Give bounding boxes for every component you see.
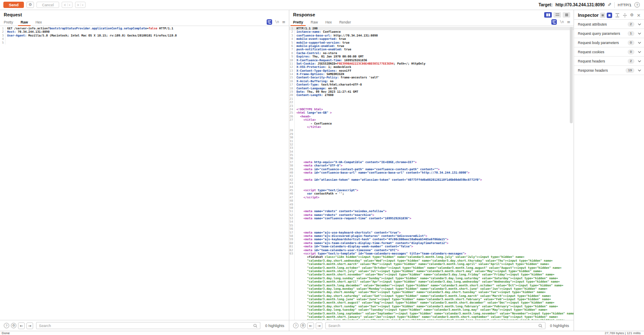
code-line: 25<html lang="en-GB" >	[289, 111, 574, 114]
send-button[interactable]: Send	[3, 2, 24, 8]
code-line: "calendar3.month.short.january" value="J…	[289, 315, 574, 319]
expand-all-icon[interactable]	[615, 13, 620, 18]
code-line: 29	[289, 132, 574, 136]
request-search-input[interactable]	[39, 324, 253, 328]
code-line: "calendar3.day.short.sunday" value="Sun"…	[289, 305, 574, 308]
code-line: 31	[289, 140, 574, 143]
code-line: 30	[289, 136, 574, 139]
editor-menu-icon[interactable]: ≡	[567, 20, 570, 24]
cancel-button[interactable]: Cancel	[36, 2, 59, 8]
inspector-section-request-query-parameters[interactable]: Request query parameters 1	[574, 29, 644, 38]
code-line: 1GET /server-info.action?bootstrapStatus…	[0, 27, 289, 30]
request-tabs: Pretty Raw Hex \n ≡	[0, 18, 289, 26]
help-icon[interactable]: ?	[634, 2, 640, 8]
code-line: "calendar3.day.short.wednesday" value="W…	[289, 259, 574, 262]
code-line: 45 <script type="text/javascript">	[289, 189, 574, 192]
search-help-icon[interactable]: ?	[293, 323, 299, 328]
search-help-icon[interactable]: ?	[4, 323, 9, 328]
search-settings-icon[interactable]: ⚙	[300, 323, 306, 328]
code-line: 59 <meta name="ajs-keyboardshortcut-hash…	[289, 238, 574, 241]
chevron-down-icon	[638, 31, 641, 34]
status-text: Done	[2, 331, 10, 335]
search-next-button[interactable]: →	[26, 322, 33, 329]
tab-request-raw[interactable]: Raw	[17, 18, 31, 26]
request-editor[interactable]: 1GET /server-info.action?bootstrapStatus…	[0, 26, 289, 320]
tab-response-hex[interactable]: Hex	[322, 18, 335, 26]
chevron-down-icon	[638, 68, 641, 71]
status-bar: Done 27,769 bytes | 121 millis	[0, 331, 644, 335]
history-back-button[interactable]: <▾	[62, 2, 72, 8]
tab-response-render[interactable]: Render	[335, 18, 355, 26]
layout-single-button[interactable]	[563, 12, 570, 18]
code-line: 52 <meta name="robots" content="noarchiv…	[289, 213, 574, 217]
tab-response-pretty[interactable]: Pretty	[289, 18, 307, 26]
response-search-input[interactable]	[328, 324, 538, 328]
code-line: 50	[289, 206, 574, 210]
history-forward-button[interactable]: >▾	[75, 2, 86, 8]
code-line: 28	[289, 129, 574, 132]
tab-request-hex[interactable]: Hex	[32, 18, 46, 26]
code-line: 55	[289, 224, 574, 227]
inspector-section-response-headers[interactable]: Response headers 19	[574, 66, 644, 75]
topbar-actions: Send ⚙ Cancel <▾ >▾	[3, 2, 86, 8]
response-search-bar: ? ⚙ ← → 0 highlights	[289, 320, 574, 331]
layout-columns-button[interactable]	[544, 12, 552, 18]
inspector-settings-icon[interactable]: ⚙	[630, 13, 634, 17]
edit-target-icon[interactable]: ✎	[608, 2, 611, 8]
code-line: 53 <meta name="confluence-request-time" …	[289, 217, 574, 220]
count-badge: 2	[628, 22, 634, 27]
code-line: 51 <meta name="robots" content="noindex,…	[289, 210, 574, 213]
code-line: 37 <meta http-equiv="X-UA-Compatible" co…	[289, 161, 574, 164]
inspector-section-request-attributes[interactable]: Request attributes 2	[574, 20, 644, 29]
code-line: 34	[289, 150, 574, 153]
response-scrollbar[interactable]	[570, 27, 573, 123]
search-prev-button[interactable]: ←	[18, 322, 25, 329]
collapse-all-icon[interactable]	[623, 13, 627, 18]
code-line: 26 <head>	[289, 115, 574, 118]
search-next-button[interactable]: →	[316, 322, 322, 329]
newline-toggle-icon[interactable]: \n	[560, 20, 564, 24]
search-icon	[538, 324, 543, 328]
code-line: 11Set-Cookie: JSESSIONID=F6E399BA62223C8…	[289, 62, 574, 65]
code-line: 13X-Content-Type-Options: nosniff	[289, 69, 574, 73]
editor-menu-icon[interactable]: ≡	[282, 20, 286, 24]
response-editor[interactable]: 1HTTP/1.1 2002instance-name: Confluence3…	[289, 26, 574, 320]
code-line: 47 </script>	[289, 196, 574, 199]
inspector-dock-collapsed-icon[interactable]	[600, 13, 605, 18]
pretty-print-icon[interactable]	[267, 19, 272, 25]
count-badge: 19	[626, 68, 634, 73]
chevron-down-icon: ▾	[68, 3, 70, 6]
code-line: "calendar3.day.long.sunday" value="Sunda…	[289, 277, 574, 280]
chevron-down-icon: ▾	[80, 3, 83, 6]
close-icon[interactable]: ×	[637, 13, 641, 18]
inspector-dock-expanded-icon[interactable]	[607, 13, 612, 18]
layout-rows-button[interactable]	[553, 12, 561, 18]
pretty-print-icon[interactable]	[551, 19, 557, 25]
request-title: Request	[4, 12, 22, 17]
code-line: 1HTTP/1.1 200	[289, 27, 574, 30]
tab-response-raw[interactable]: Raw	[307, 18, 322, 26]
inspector-section-request-cookies[interactable]: Request cookies 0	[574, 47, 644, 57]
code-line: 57 <meta name="ajs-use-keyboard-shortcut…	[289, 231, 574, 234]
burp-repeater-window: Send ⚙ Cancel <▾ >▾ Target: http://70.34…	[0, 0, 644, 335]
tab-request-pretty[interactable]: Pretty	[0, 18, 17, 26]
search-settings-icon[interactable]: ⚙	[11, 323, 16, 328]
count-badge: 0	[628, 49, 634, 55]
code-line: 58 <meta name="ajs-discovered-plugin-fea…	[289, 234, 574, 238]
code-line: 56	[289, 227, 574, 231]
code-line: 21	[289, 97, 574, 101]
inspector-section-request-headers[interactable]: Request headers 2	[574, 57, 644, 66]
search-icon	[253, 324, 257, 328]
code-line: "calendar3.day.long.tuesday" value="Tues…	[289, 308, 574, 312]
code-line: 10X-Confluence-Request-Time: 16995292618…	[289, 59, 574, 62]
search-prev-button[interactable]: ←	[307, 322, 314, 329]
layout-toggles	[543, 12, 570, 18]
request-search-bar: ? ⚙ ← → 0 highlights	[0, 320, 289, 331]
newline-toggle-icon[interactable]: \n	[275, 20, 279, 24]
code-line: 35	[289, 153, 574, 157]
code-line: "calendar3.month.short.november" value="…	[289, 273, 574, 276]
inspector-section-request-body-parameters[interactable]: Request body parameters 0	[574, 38, 644, 47]
send-settings-button[interactable]: ⚙	[26, 2, 34, 8]
count-badge: 0	[628, 40, 634, 45]
http-version-label: HTTP/1	[618, 3, 631, 7]
